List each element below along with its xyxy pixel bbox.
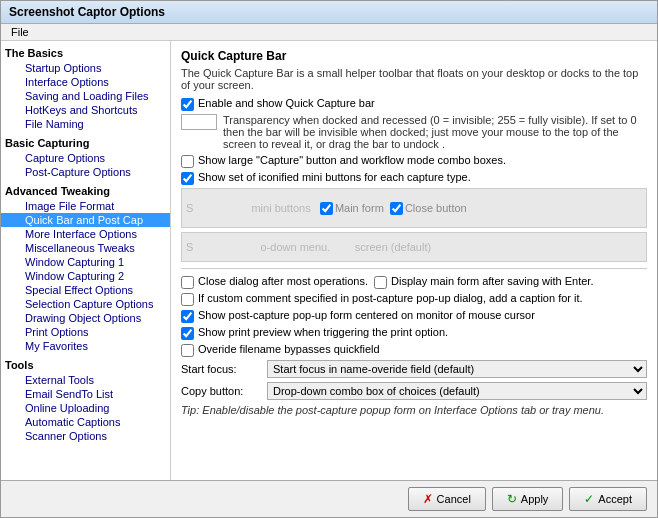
override-filename-checkbox[interactable] xyxy=(181,344,194,357)
main-form-label: Main form xyxy=(335,202,384,214)
copy-button-row: Copy button: Drop-down combo box of choi… xyxy=(181,382,647,400)
accept-icon: ✓ xyxy=(584,492,594,506)
custom-comment-checkbox[interactable] xyxy=(181,293,194,306)
close-button-check-group: Close button xyxy=(390,202,467,215)
enable-quick-capture-label: Enable and show Quick Capture bar xyxy=(198,97,375,109)
sidebar-item[interactable]: Interface Options xyxy=(1,75,170,89)
show-print-row: Show print preview when triggering the p… xyxy=(181,326,647,340)
show-popup-row: Show post-capture pop-up form centered o… xyxy=(181,309,647,323)
show-popup-label: Show post-capture pop-up form centered o… xyxy=(198,309,535,321)
blurred-text-row2: S o-down menu. screen (default) xyxy=(186,241,431,253)
cancel-button[interactable]: ✗ Cancel xyxy=(408,487,486,511)
start-focus-select[interactable]: Start focus in name-overide field (defau… xyxy=(267,360,647,378)
apply-label: Apply xyxy=(521,493,549,505)
blurred-section-1: S mini buttons Main form Close button xyxy=(181,188,647,228)
divider-1 xyxy=(181,268,647,269)
show-iconified-checkbox[interactable] xyxy=(181,172,194,185)
show-print-label: Show print preview when triggering the p… xyxy=(198,326,448,338)
window-title: Screenshot Captor Options xyxy=(9,5,165,19)
sidebar-item[interactable]: Saving and Loading Files xyxy=(1,89,170,103)
show-print-checkbox[interactable] xyxy=(181,327,194,340)
sidebar-item[interactable]: Drawing Object Options xyxy=(1,311,170,325)
sidebar-item[interactable]: Online Uploading xyxy=(1,401,170,415)
sidebar: The BasicsStartup OptionsInterface Optio… xyxy=(1,41,171,480)
copy-button-label: Copy button: xyxy=(181,385,261,397)
show-large-capture-checkbox[interactable] xyxy=(181,155,194,168)
override-filename-label: Overide filename bypasses quickfield xyxy=(198,343,380,355)
sidebar-item[interactable]: HotKeys and Shortcuts xyxy=(1,103,170,117)
sidebar-group: ToolsExternal ToolsEmail SendTo ListOnli… xyxy=(1,355,170,445)
main-form-check-group: Main form xyxy=(320,202,384,215)
start-focus-label: Start focus: xyxy=(181,363,261,375)
main-form-checkbox[interactable] xyxy=(320,202,333,215)
apply-button[interactable]: ↻ Apply xyxy=(492,487,564,511)
transparency-desc: Transparency when docked and recessed (0… xyxy=(223,114,647,150)
sidebar-item[interactable]: Post-Capture Options xyxy=(1,165,170,179)
display-main-checkbox[interactable] xyxy=(374,276,387,289)
close-dialog-row: Close dialog after most operations. Disp… xyxy=(181,275,647,289)
copy-button-select[interactable]: Drop-down combo box of choices (default)… xyxy=(267,382,647,400)
blurred-section-2: S o-down menu. screen (default) xyxy=(181,232,647,262)
close-dialog-checkbox[interactable] xyxy=(181,276,194,289)
sidebar-item[interactable]: External Tools xyxy=(1,373,170,387)
sidebar-item[interactable]: Image File Format xyxy=(1,199,170,213)
custom-comment-label: If custom comment specified in post-capt… xyxy=(198,292,583,304)
close-button-checkbox[interactable] xyxy=(390,202,403,215)
sidebar-item[interactable]: Print Options xyxy=(1,325,170,339)
main-content: The BasicsStartup OptionsInterface Optio… xyxy=(1,41,657,480)
show-iconified-row: Show set of iconified mini buttons for e… xyxy=(181,171,647,185)
start-focus-row: Start focus: Start focus in name-overide… xyxy=(181,360,647,378)
sidebar-item[interactable]: Miscellaneous Tweaks xyxy=(1,241,170,255)
sidebar-item[interactable]: Special Effect Options xyxy=(1,283,170,297)
sidebar-item[interactable]: Capture Options xyxy=(1,151,170,165)
sidebar-item[interactable]: Scanner Options xyxy=(1,429,170,443)
sidebar-item[interactable]: My Favorites xyxy=(1,339,170,353)
sidebar-group-label: Basic Capturing xyxy=(1,135,170,151)
menu-file[interactable]: File xyxy=(5,24,35,40)
sidebar-item[interactable]: Quick Bar and Post Cap xyxy=(1,213,170,227)
section-title: Quick Capture Bar xyxy=(181,49,647,63)
sidebar-group-label: The Basics xyxy=(1,45,170,61)
sidebar-item[interactable]: Selection Capture Options xyxy=(1,297,170,311)
accept-label: Accept xyxy=(598,493,632,505)
sidebar-group: Basic CapturingCapture OptionsPost-Captu… xyxy=(1,133,170,181)
tip-text: Tip: Enable/disable the post-capture pop… xyxy=(181,404,647,416)
blurred-text-row1: S mini buttons xyxy=(186,202,320,214)
enable-quick-capture-checkbox[interactable] xyxy=(181,98,194,111)
title-bar: Screenshot Captor Options xyxy=(1,1,657,24)
main-window: Screenshot Captor Options File The Basic… xyxy=(0,0,658,518)
sidebar-item[interactable]: Email SendTo List xyxy=(1,387,170,401)
section-desc: The Quick Capture Bar is a small helper … xyxy=(181,67,647,91)
sidebar-item[interactable]: File Naming xyxy=(1,117,170,131)
show-large-capture-row: Show large "Capture" button and workflow… xyxy=(181,154,647,168)
accept-button[interactable]: ✓ Accept xyxy=(569,487,647,511)
show-popup-checkbox[interactable] xyxy=(181,310,194,323)
enable-quick-capture-row: Enable and show Quick Capture bar xyxy=(181,97,647,111)
display-main-label: Display main form after saving with Ente… xyxy=(391,275,593,287)
sidebar-item[interactable]: Startup Options xyxy=(1,61,170,75)
sidebar-item[interactable]: Window Capturing 1 xyxy=(1,255,170,269)
content-panel: Quick Capture Bar The Quick Capture Bar … xyxy=(171,41,657,480)
apply-icon: ↻ xyxy=(507,492,517,506)
close-button-label: Close button xyxy=(405,202,467,214)
footer: ✗ Cancel ↻ Apply ✓ Accept xyxy=(1,480,657,517)
show-large-capture-label: Show large "Capture" button and workflow… xyxy=(198,154,506,166)
sidebar-group: The BasicsStartup OptionsInterface Optio… xyxy=(1,43,170,133)
transparency-row: 64 Transparency when docked and recessed… xyxy=(181,114,647,150)
sidebar-group-label: Advanced Tweaking xyxy=(1,183,170,199)
show-iconified-label: Show set of iconified mini buttons for e… xyxy=(198,171,471,183)
sidebar-group-label: Tools xyxy=(1,357,170,373)
transparency-input[interactable]: 64 xyxy=(181,114,217,130)
close-dialog-label: Close dialog after most operations. xyxy=(198,275,368,287)
menu-bar: File xyxy=(1,24,657,41)
sidebar-item[interactable]: Window Capturing 2 xyxy=(1,269,170,283)
cancel-label: Cancel xyxy=(437,493,471,505)
sidebar-group: Advanced TweakingImage File FormatQuick … xyxy=(1,181,170,355)
sidebar-item[interactable]: More Interface Options xyxy=(1,227,170,241)
custom-comment-row: If custom comment specified in post-capt… xyxy=(181,292,647,306)
cancel-icon: ✗ xyxy=(423,492,433,506)
sidebar-item[interactable]: Automatic Captions xyxy=(1,415,170,429)
override-filename-row: Overide filename bypasses quickfield xyxy=(181,343,647,357)
